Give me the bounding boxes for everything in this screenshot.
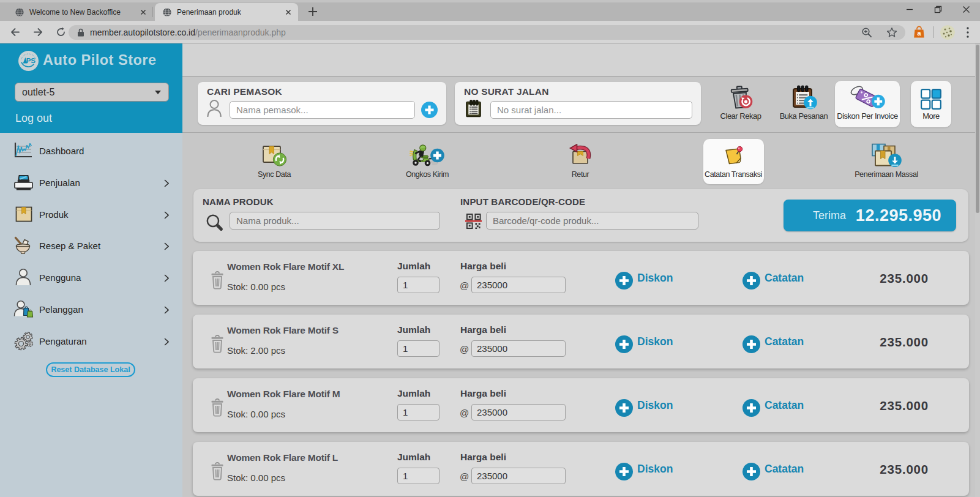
harga-beli-input[interactable] <box>471 468 566 484</box>
product-box-icon <box>13 204 34 225</box>
sidebar-item-pengaturan[interactable]: Pengaturan <box>0 325 182 357</box>
window-close-button[interactable] <box>952 0 980 18</box>
supplier-search-panel: CARI PEMASOK <box>198 82 446 125</box>
sidebar-item-dashboard[interactable]: Dashboard <box>0 135 182 166</box>
forward-button-icon[interactable] <box>33 27 43 37</box>
sidebar-item-pengguna[interactable]: Pengguna <box>0 261 182 293</box>
ongkos-kirim-button[interactable]: Ongkos Kirim <box>378 145 476 179</box>
catatan-transaksi-button[interactable]: Catatan Transaksi <box>684 145 782 179</box>
jumlah-input[interactable] <box>397 340 440 357</box>
chevron-right-icon <box>164 337 169 345</box>
harga-beli-input[interactable] <box>471 340 566 357</box>
box-return-icon <box>568 145 593 167</box>
scooter-plus-icon <box>410 145 445 167</box>
jumlah-label: Jumlah <box>397 261 430 272</box>
harga-beli-input[interactable] <box>471 404 566 420</box>
user-icon <box>13 267 34 288</box>
jumlah-input[interactable] <box>397 404 440 420</box>
more-button-content[interactable]: More <box>911 85 951 121</box>
terima-total: 12.295.950 <box>856 206 941 225</box>
back-button-icon[interactable] <box>10 27 20 37</box>
sync-data-button[interactable]: Sync Data <box>225 145 323 179</box>
browser-menu-kebab-icon[interactable] <box>963 26 972 39</box>
tab-welcome-backoffice[interactable]: Welcome to New Backoffice <box>5 3 153 21</box>
address-bar[interactable]: member.autopilotstore.co.id/penerimaanpr… <box>69 25 905 40</box>
jumlah-input[interactable] <box>397 277 440 293</box>
tab-close-icon[interactable] <box>283 7 293 17</box>
jumlah-input[interactable] <box>397 468 440 484</box>
sidebar-header: PS Auto Pilot Store outlet-5 Log out <box>0 43 182 133</box>
discount-tag-plus-icon <box>848 85 887 110</box>
extension-shopping-bag-icon[interactable]: a <box>913 26 926 39</box>
delete-row-trash-icon[interactable] <box>210 398 225 417</box>
barcode-input[interactable] <box>486 212 698 230</box>
sidebar-item-resep-paket[interactable]: Resep & Paket <box>0 230 182 261</box>
harga-beli-input[interactable] <box>471 277 566 293</box>
delete-row-trash-icon[interactable] <box>210 462 225 480</box>
supplier-search-input[interactable] <box>230 101 415 119</box>
surat-jalan-input[interactable] <box>490 101 692 119</box>
add-diskon-button[interactable]: Diskon <box>615 251 673 305</box>
tab-penerimaan-produk[interactable]: Penerimaan produk <box>155 3 298 21</box>
sidebar-item-label: Resep & Paket <box>39 241 100 251</box>
product-entry-panel: NAMA PRODUK INPUT BARCODE/QR-CODE Terima… <box>193 189 968 242</box>
zoom-icon[interactable] <box>861 27 872 38</box>
sidebar-item-label: Dashboard <box>39 146 84 156</box>
diskon-label: Diskon <box>637 272 673 285</box>
terima-button[interactable]: Terima 12.295.950 <box>784 200 956 231</box>
tab-title: Penerimaan produk <box>177 8 283 17</box>
reset-database-button[interactable]: Reset Database Lokal <box>46 362 135 377</box>
product-search-input[interactable] <box>230 212 440 230</box>
row-total-price: 235.000 <box>880 271 929 286</box>
lock-icon[interactable] <box>77 28 84 37</box>
action-label: Catatan Transaksi <box>705 170 762 179</box>
at-sign: @ <box>460 408 469 418</box>
add-catatan-button[interactable]: Catatan <box>742 251 804 305</box>
row-total-price: 235.000 <box>880 462 929 477</box>
catatan-label: Catatan <box>765 463 804 476</box>
scrollbar-thumb[interactable] <box>976 45 979 213</box>
at-sign: @ <box>460 344 469 354</box>
profile-avatar[interactable] <box>940 25 955 40</box>
action-label: Retur <box>572 170 589 179</box>
add-diskon-button[interactable]: Diskon <box>615 378 673 432</box>
action-label: Ongkos Kirim <box>406 170 449 179</box>
page-scrollbar[interactable] <box>975 43 980 497</box>
harga-beli-label: Harga beli <box>460 452 506 463</box>
diskon-per-invoice-content[interactable]: Diskon Per Invoice <box>835 85 900 121</box>
jumlah-label: Jumlah <box>397 324 430 335</box>
sidebar-item-produk[interactable]: Produk <box>0 198 182 230</box>
new-tab-button[interactable] <box>307 6 318 17</box>
delete-row-trash-icon[interactable] <box>210 335 225 353</box>
harga-beli-label: Harga beli <box>460 261 506 272</box>
barcode-qr-icon <box>465 212 482 233</box>
bookmark-star-icon[interactable] <box>886 27 897 38</box>
add-catatan-button[interactable]: Catatan <box>742 442 804 496</box>
logout-link[interactable]: Log out <box>15 112 52 125</box>
add-diskon-button[interactable]: Diskon <box>615 315 673 368</box>
sidebar-item-pelanggan[interactable]: Pelanggan <box>0 293 182 325</box>
window-restore-button[interactable] <box>924 0 952 18</box>
select-caret-icon <box>155 91 161 94</box>
harga-beli-label: Harga beli <box>460 388 506 399</box>
delete-row-trash-icon[interactable] <box>210 271 225 290</box>
sidebar-item-label: Penjualan <box>39 177 80 188</box>
add-diskon-button[interactable]: Diskon <box>615 442 673 496</box>
jumlah-label: Jumlah <box>397 388 430 399</box>
add-catatan-button[interactable]: Catatan <box>742 378 804 432</box>
catatan-label: Catatan <box>765 399 804 412</box>
retur-button[interactable]: Retur <box>531 145 629 179</box>
plus-circle-icon <box>615 399 633 417</box>
window-controls <box>896 0 980 18</box>
add-supplier-button[interactable] <box>421 102 438 118</box>
toolbar-separator <box>933 26 933 38</box>
outlet-select[interactable]: outlet-5 <box>15 83 169 102</box>
add-catatan-button[interactable]: Catatan <box>742 315 804 368</box>
plus-circle-icon <box>615 335 633 353</box>
penerimaan-massal-button[interactable]: Penerimaan Massal <box>837 145 935 179</box>
sidebar-item-penjualan[interactable]: Penjualan <box>0 166 182 198</box>
product-row: Women Rok Flare Motif L Stok: 0.00 pcs J… <box>193 442 969 496</box>
window-minimize-button[interactable] <box>896 0 924 18</box>
tab-close-icon[interactable] <box>138 7 148 17</box>
reload-button-icon[interactable] <box>56 27 66 37</box>
